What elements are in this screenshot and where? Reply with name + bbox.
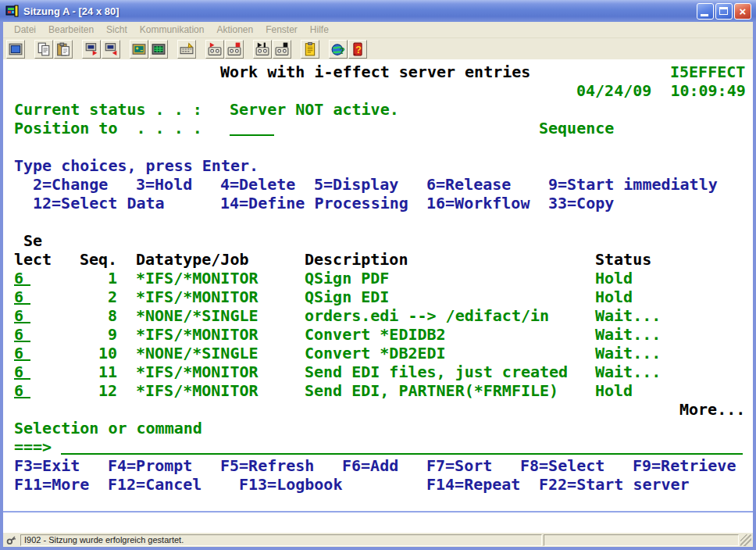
terminal-text: 16=Workflow	[426, 194, 530, 212]
keyboard-setup-icon[interactable]	[177, 40, 196, 59]
record-macro-icon[interactable]	[205, 40, 224, 59]
terminal-text: Wait...	[595, 325, 661, 344]
session-app-icon	[5, 4, 20, 18]
terminal-text: F4=Prompt	[108, 456, 192, 475]
terminal-text: Hold	[595, 288, 633, 306]
window-title: Sitzung A - [24 x 80]	[23, 5, 697, 17]
terminal-screen[interactable]: Work with i-effect server entriesI5EFFEC…	[3, 59, 753, 533]
terminal-text: F22=Start server	[539, 475, 690, 494]
terminal-text: *IFS/*MONITOR	[136, 362, 259, 381]
connection-key-icon	[5, 534, 19, 546]
send-file-icon[interactable]	[82, 40, 101, 59]
terminal-text: 10	[98, 344, 117, 362]
terminal-text: 14=Define Processing	[220, 194, 408, 212]
terminal-text: 12=Select Data	[33, 194, 165, 212]
terminal-text: F13=Logbook	[239, 475, 342, 494]
terminal-text: Description	[305, 250, 408, 269]
position-to-input[interactable]	[230, 119, 274, 136]
play-macro-icon[interactable]	[253, 40, 272, 59]
option-input[interactable]: 6	[14, 288, 30, 305]
terminal-text: Selection or command	[14, 419, 202, 438]
edit-macro-icon[interactable]	[301, 40, 319, 59]
menu-hilfe[interactable]: Hilfe	[304, 23, 335, 37]
terminal-text: 5=Display	[314, 175, 398, 194]
help-icon[interactable]: ?	[348, 40, 367, 59]
terminal-text: 9=Start immediatly	[548, 175, 718, 194]
emulator-window: Sitzung A - [24 x 80] × Datei Bearbeiten…	[0, 0, 756, 550]
receive-file-icon[interactable]	[102, 40, 120, 59]
terminal-text: orders.edi --> /edifact/in	[305, 306, 549, 325]
terminal-text: F12=Cancel	[108, 475, 201, 494]
minimize-button[interactable]	[697, 3, 714, 20]
terminal-text: Wait...	[595, 344, 661, 362]
display-session-icon[interactable]	[6, 40, 25, 59]
color-setup-icon[interactable]	[149, 40, 168, 59]
terminal-text: F3=Exit	[14, 456, 80, 475]
menu-bearbeiten[interactable]: Bearbeiten	[42, 23, 100, 37]
terminal-text: Status	[595, 250, 651, 269]
terminal-text: F11=More	[14, 475, 89, 494]
terminal-text: Hold	[595, 381, 633, 400]
terminal-text: Se	[23, 231, 42, 250]
terminal-text: F9=Retrieve	[633, 456, 736, 475]
terminal-text: *IFS/*MONITOR	[136, 269, 259, 288]
maximize-button[interactable]	[715, 3, 733, 20]
option-input[interactable]: 6	[14, 325, 30, 342]
terminal-text: 1	[108, 269, 117, 288]
terminal-text: Current status . . :	[14, 100, 202, 119]
terminal-text: *NONE/*SINGLE	[136, 344, 259, 362]
web-help-icon[interactable]: ?	[329, 40, 348, 59]
terminal-text: F14=Repeat	[426, 475, 520, 494]
titlebar[interactable]: Sitzung A - [24 x 80] ×	[0, 0, 756, 22]
status-panel-empty	[544, 534, 739, 546]
menu-fenster[interactable]: Fenster	[259, 23, 304, 37]
option-input[interactable]: 6	[14, 269, 30, 286]
copy-icon[interactable]	[34, 40, 53, 59]
terminal-text: Type choices, press Enter.	[14, 156, 259, 175]
menu-kommunikation[interactable]: Kommunikation	[134, 23, 211, 37]
terminal-text: Datatype/Job	[136, 250, 249, 269]
terminal-text: F5=Refresh	[220, 456, 314, 475]
terminal-text: *NONE/*SINGLE	[136, 306, 259, 325]
menubar: Datei Bearbeiten Sicht Kommunikation Akt…	[3, 22, 753, 38]
option-input[interactable]: 6	[14, 344, 30, 361]
terminal-text: QSign EDI	[305, 288, 389, 306]
command-input[interactable]	[61, 438, 743, 455]
close-icon: ×	[735, 4, 751, 19]
display-setup-icon[interactable]	[130, 40, 148, 59]
terminal-text: Seq.	[80, 250, 117, 269]
oia-separator	[3, 511, 753, 512]
terminal-text: ===>	[14, 438, 52, 456]
minimize-icon	[701, 14, 708, 16]
terminal-text: 04/24/09 10:09:49	[576, 81, 746, 100]
option-input[interactable]: 6	[14, 381, 30, 398]
terminal-text: 8	[108, 306, 117, 325]
terminal-text: Send EDI, PARTNER(*FRMFILE)	[305, 381, 558, 400]
terminal-text: 2=Change	[33, 175, 108, 194]
terminal-text: F7=Sort	[426, 456, 492, 475]
menu-aktionen[interactable]: Aktionen	[210, 23, 259, 37]
terminal-text: Wait...	[595, 362, 661, 381]
terminal-text: Wait...	[595, 306, 661, 325]
option-input[interactable]: 6	[14, 362, 30, 380]
terminal-text: lect	[14, 250, 52, 269]
terminal-text: F6=Add	[342, 456, 398, 475]
svg-text:?: ?	[340, 46, 345, 55]
terminal-text: *IFS/*MONITOR	[136, 381, 259, 400]
close-button[interactable]: ×	[734, 3, 751, 20]
terminal-text: 6=Release	[426, 175, 511, 194]
terminal-text: *IFS/*MONITOR	[136, 325, 259, 344]
terminal-text: 3=Hold	[136, 175, 192, 194]
terminal-text: F8=Select	[520, 456, 604, 475]
menu-sicht[interactable]: Sicht	[100, 23, 134, 37]
status-message: I902 - Sitzung wurde erfolgreich gestart…	[20, 534, 542, 546]
terminal-text: Hold	[595, 269, 633, 288]
terminal-text: Sequence	[539, 119, 614, 138]
play-stop-icon[interactable]	[273, 40, 291, 59]
terminal-text: Server NOT active.	[230, 100, 399, 119]
option-input[interactable]: 6	[14, 306, 30, 323]
menu-datei[interactable]: Datei	[8, 23, 42, 37]
paste-icon[interactable]	[54, 40, 73, 59]
resize-grip[interactable]	[740, 534, 751, 546]
record-stop-icon[interactable]	[225, 40, 244, 59]
